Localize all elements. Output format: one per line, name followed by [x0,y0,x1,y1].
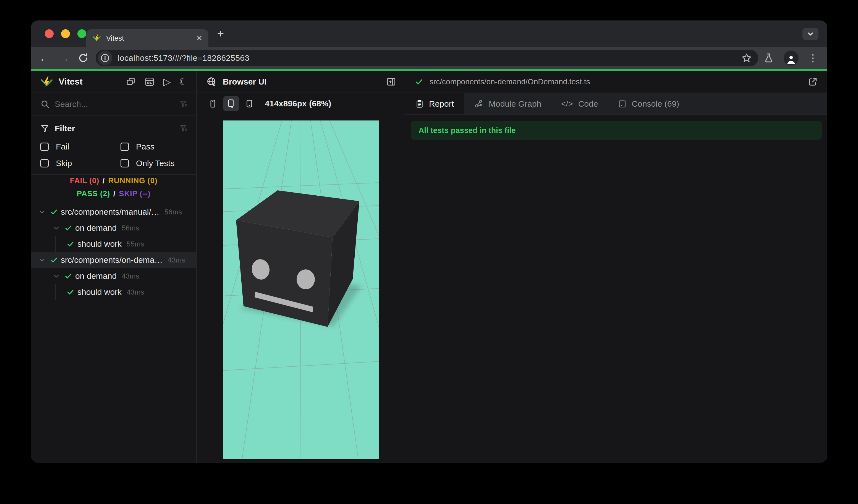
test-tree: src/components/manual/… 56ms on demand 5… [31,204,196,300]
code-icon: </> [561,99,573,108]
profile-avatar[interactable] [784,51,798,65]
search-bar [31,93,196,115]
vitest-ui: Vitest ▷ ☾ [31,71,827,463]
browser-tab-strip: Vitest ✕ + [31,20,827,47]
open-external-link-icon[interactable] [807,77,818,87]
back-button[interactable]: ← [35,52,54,64]
tree-row-file[interactable]: src/components/manual/… 56ms [31,204,196,220]
collapse-panels-icon[interactable] [126,77,136,87]
sidebar: Vitest ▷ ☾ [31,71,197,463]
report-content: All tests passed in this file [405,114,827,463]
tree-indent-guide [42,220,42,252]
browser-tab[interactable]: Vitest ✕ [86,29,208,47]
chevron-down-icon[interactable] [51,272,61,280]
sidebar-header: Vitest ▷ ☾ [31,71,196,93]
run-all-play-icon[interactable]: ▷ [163,77,171,87]
pass-count: PASS (2) [77,189,110,198]
device-zoom-in-icon[interactable] [223,96,239,111]
fail-count: FAIL (0) [70,176,99,185]
checkbox[interactable] [121,143,129,151]
tab-report[interactable]: Report [405,93,464,114]
filter-checkbox-only-tests[interactable]: Only Tests [121,159,188,168]
checkbox[interactable] [41,159,49,167]
app-under-test-viewport[interactable] [223,120,379,459]
browser-menu-kebab-icon[interactable]: ⋮ [808,53,818,63]
viewport-dimensions-label: 414x896px (68%) [265,99,331,108]
status-line-pass-skip: PASS (2) / SKIP (--) [31,188,196,200]
filter-checkbox-fail[interactable]: Fail [41,142,121,151]
browser-window: Vitest ✕ + ← → localhost:5173/#/?file=18… [31,20,827,463]
chevron-down-icon[interactable] [37,256,47,264]
checkbox[interactable] [121,159,129,167]
check-icon [415,77,424,86]
search-input[interactable] [55,99,174,109]
tab-code[interactable]: </> Code [551,93,608,114]
filter-checkbox-skip[interactable]: Skip [41,159,121,168]
tree-row-test[interactable]: should work 43ms [31,284,196,300]
preview-header: Browser UI [197,71,405,93]
app-title: Vitest [59,77,126,87]
filter-funnel-icon [41,124,49,133]
device-toolbar: 414x896px (68%) [197,93,405,114]
vitest-favicon [92,34,101,43]
status-line-fail-running: FAIL (0) / RUNNING (0) [31,175,196,188]
reload-button[interactable] [74,53,93,63]
detail-panel: src/components/on-demand/OnDemand.test.t… [405,71,827,463]
check-icon [49,208,59,216]
tree-row-file-selected[interactable]: src/components/on-dema… 43ms [31,252,196,268]
tree-row-test[interactable]: should work 55ms [31,236,196,252]
tree-indent-guide [42,268,42,300]
dashboard-icon[interactable] [144,77,155,87]
new-tab-button[interactable]: + [213,27,228,41]
forward-button[interactable]: → [54,52,74,64]
url-text[interactable]: localhost:5173/#/?file=1828625563 [118,53,249,63]
tree-row-suite[interactable]: on demand 43ms [31,268,196,284]
tab-module-graph[interactable]: Module Graph [464,93,551,114]
running-count: RUNNING (0) [108,176,157,185]
file-header: src/components/on-demand/OnDemand.test.t… [405,71,827,93]
report-clipboard-icon [415,99,424,108]
maximize-window-button[interactable] [77,29,86,38]
traffic-lights [45,29,86,38]
chevron-down-icon[interactable] [51,224,61,232]
preview-title: Browser UI [223,77,386,86]
check-icon [64,272,73,280]
site-info-icon[interactable] [98,51,112,65]
checkbox[interactable] [41,143,49,151]
address-bar[interactable]: localhost:5173/#/?file=1828625563 [96,50,758,66]
module-graph-icon [474,99,484,109]
search-icon [41,99,50,109]
tab-title: Vitest [106,34,196,43]
preview-area [197,114,405,463]
tree-row-suite[interactable]: on demand 56ms [31,220,196,236]
minimize-window-button[interactable] [61,29,70,38]
dock-panel-right-icon[interactable] [386,77,396,87]
chevron-down-icon[interactable] [37,208,47,216]
cube-right-eye [297,270,315,289]
filter-title: Filter [55,124,179,133]
tab-close-icon[interactable]: ✕ [196,34,202,43]
dark-mode-moon-icon[interactable]: ☾ [179,77,188,87]
check-icon [66,240,75,248]
check-icon [64,224,73,232]
file-path: src/components/on-demand/OnDemand.test.t… [430,77,807,86]
all-tests-passed-banner: All tests passed in this file [411,121,822,140]
clear-filters-icon[interactable] [179,124,188,133]
console-icon [618,99,626,108]
device-zoom-out-icon[interactable] [242,96,257,111]
detail-tabs: Report Module Graph </> Code Console [405,93,827,114]
close-window-button[interactable] [45,29,54,38]
filter-checkbox-pass[interactable]: Pass [121,142,188,151]
vitest-logo-icon [41,76,53,88]
clear-search-filter-icon[interactable] [179,100,188,109]
bookmark-star-icon[interactable] [741,52,752,64]
skip-count: SKIP (--) [119,189,150,198]
check-icon [66,288,75,296]
tab-search-chevron-button[interactable] [803,28,819,40]
browser-toolbar: ← → localhost:5173/#/?file=1828625563 ⋮ [31,47,827,69]
device-phone-icon[interactable] [205,96,221,111]
filter-section: Filter Fail Pass Skip Only Tests [31,115,196,175]
experiments-flask-icon[interactable] [763,52,774,64]
browser-preview-panel: Browser UI 414x896px (68%) [197,71,405,463]
tab-console[interactable]: Console (69) [608,93,689,114]
